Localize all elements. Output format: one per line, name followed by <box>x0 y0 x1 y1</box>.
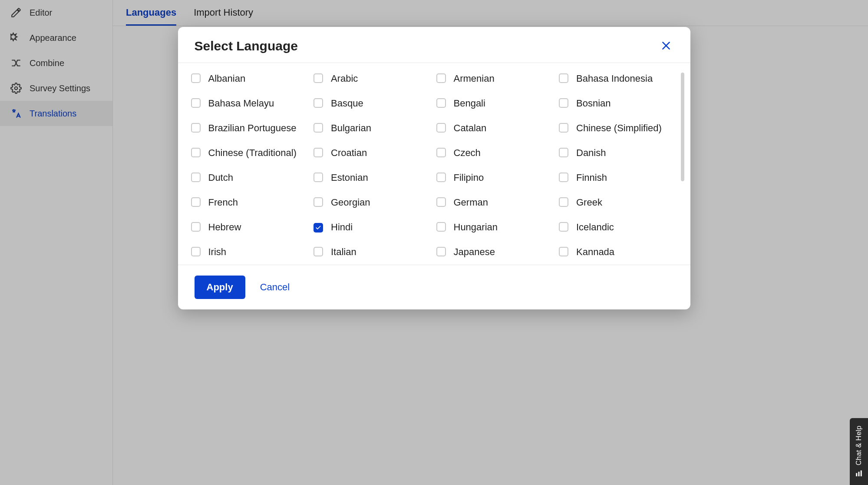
language-option[interactable]: Kannada <box>559 246 677 259</box>
language-checkbox[interactable] <box>559 222 568 232</box>
language-checkbox[interactable] <box>559 173 568 182</box>
language-option[interactable]: Arabic <box>314 73 432 86</box>
language-option[interactable]: Armenian <box>436 73 555 86</box>
language-option[interactable]: Irish <box>191 246 310 259</box>
language-label: Italian <box>331 246 356 258</box>
language-label: Bulgarian <box>331 122 371 134</box>
modal-header: Select Language <box>178 27 690 63</box>
language-checkbox[interactable] <box>559 123 568 133</box>
language-option[interactable]: Dutch <box>191 172 310 185</box>
language-checkbox[interactable] <box>436 197 446 207</box>
language-label: Croatian <box>331 147 367 159</box>
language-checkbox[interactable] <box>191 98 201 108</box>
close-button[interactable] <box>658 38 674 54</box>
close-icon <box>660 40 672 53</box>
language-option[interactable]: Bahasa Melayu <box>191 97 310 110</box>
language-checkbox[interactable] <box>436 148 446 157</box>
language-checkbox[interactable] <box>559 247 568 256</box>
language-option[interactable]: Brazilian Portuguese <box>191 122 310 135</box>
language-option[interactable]: Hungarian <box>436 221 555 234</box>
language-checkbox[interactable] <box>191 148 201 157</box>
cancel-button[interactable]: Cancel <box>260 282 290 293</box>
apply-button[interactable]: Apply <box>195 276 245 299</box>
language-checkbox[interactable] <box>191 197 201 207</box>
modal-footer: Apply Cancel <box>178 265 690 309</box>
language-option[interactable]: Bulgarian <box>314 122 432 135</box>
language-option[interactable]: Danish <box>559 147 677 160</box>
language-checkbox[interactable] <box>191 123 201 133</box>
language-option[interactable]: German <box>436 196 555 209</box>
language-label: Armenian <box>454 73 495 85</box>
language-option[interactable]: Italian <box>314 246 432 259</box>
language-checkbox[interactable] <box>559 148 568 157</box>
language-label: Hindi <box>331 221 353 233</box>
language-checkbox[interactable] <box>559 98 568 108</box>
language-label: Estonian <box>331 172 368 184</box>
language-option[interactable]: Greek <box>559 196 677 209</box>
language-option[interactable]: French <box>191 196 310 209</box>
language-checkbox[interactable] <box>314 197 323 207</box>
language-option[interactable]: Filipino <box>436 172 555 185</box>
language-label: Dutch <box>208 172 233 184</box>
language-checkbox[interactable] <box>314 123 323 133</box>
language-label: Bahasa Melayu <box>208 97 274 110</box>
language-option[interactable]: Hebrew <box>191 221 310 234</box>
language-option[interactable]: Bahasa Indonesia <box>559 73 677 86</box>
language-checkbox[interactable] <box>191 247 201 256</box>
scrollbar-track[interactable] <box>681 73 684 265</box>
language-checkbox[interactable] <box>436 98 446 108</box>
language-checkbox[interactable] <box>559 197 568 207</box>
language-option[interactable]: Estonian <box>314 172 432 185</box>
language-label: Filipino <box>454 172 484 184</box>
language-checkbox[interactable] <box>191 173 201 182</box>
language-label: French <box>208 196 238 209</box>
language-checkbox[interactable] <box>314 247 323 256</box>
language-label: Finnish <box>576 172 607 184</box>
language-checkbox[interactable] <box>436 222 446 232</box>
modal-body: AlbanianArabicArmenianBahasa IndonesiaBa… <box>178 63 690 265</box>
language-option[interactable]: Hindi <box>314 221 432 234</box>
language-checkbox[interactable] <box>436 247 446 256</box>
language-checkbox[interactable] <box>191 73 201 83</box>
language-label: Bahasa Indonesia <box>576 73 653 85</box>
modal-title: Select Language <box>195 39 298 53</box>
language-label: Chinese (Traditional) <box>208 147 297 159</box>
language-checkbox[interactable] <box>314 173 323 182</box>
language-option[interactable]: Finnish <box>559 172 677 185</box>
language-option[interactable]: Czech <box>436 147 555 160</box>
language-label: Irish <box>208 246 227 258</box>
language-option[interactable]: Bosnian <box>559 97 677 110</box>
chat-help-label: Chat & Help <box>855 425 863 465</box>
language-option[interactable]: Chinese (Traditional) <box>191 147 310 160</box>
language-option[interactable]: Croatian <box>314 147 432 160</box>
language-label: Japanese <box>454 246 495 258</box>
language-option[interactable]: Georgian <box>314 196 432 209</box>
language-label: Bengali <box>454 97 485 110</box>
language-checkbox[interactable] <box>314 223 323 233</box>
language-checkbox[interactable] <box>436 173 446 182</box>
language-checkbox[interactable] <box>436 123 446 133</box>
language-option[interactable]: Chinese (Simplified) <box>559 122 677 135</box>
language-label: Icelandic <box>576 221 614 233</box>
language-checkbox[interactable] <box>314 148 323 157</box>
language-option[interactable]: Bengali <box>436 97 555 110</box>
language-option[interactable]: Albanian <box>191 73 310 86</box>
language-checkbox[interactable] <box>191 222 201 232</box>
language-option[interactable]: Basque <box>314 97 432 110</box>
language-label: Bosnian <box>576 97 611 110</box>
language-grid: AlbanianArabicArmenianBahasa IndonesiaBa… <box>191 73 677 265</box>
language-checkbox[interactable] <box>436 73 446 83</box>
svg-rect-5 <box>861 470 862 476</box>
scrollbar-thumb[interactable] <box>681 73 684 181</box>
language-option[interactable]: Icelandic <box>559 221 677 234</box>
language-option[interactable]: Catalan <box>436 122 555 135</box>
chat-help-tab[interactable]: Chat & Help <box>850 418 868 485</box>
language-label: Catalan <box>454 122 487 134</box>
language-label: Czech <box>454 147 481 159</box>
language-checkbox[interactable] <box>314 98 323 108</box>
language-checkbox[interactable] <box>559 73 568 83</box>
language-checkbox[interactable] <box>314 73 323 83</box>
language-label: Hungarian <box>454 221 498 233</box>
language-option[interactable]: Japanese <box>436 246 555 259</box>
language-label: Basque <box>331 97 363 110</box>
